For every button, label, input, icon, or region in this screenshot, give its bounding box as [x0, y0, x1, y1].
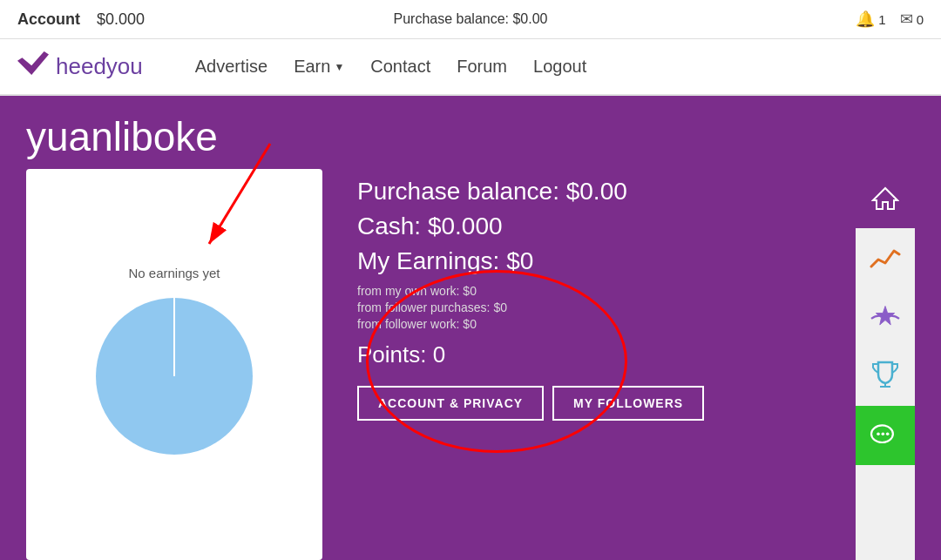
- mail-icon: ✉: [900, 10, 913, 29]
- svg-marker-0: [17, 51, 49, 75]
- earn-dropdown-arrow: ▼: [334, 61, 344, 73]
- bell-icon: 🔔: [856, 10, 875, 29]
- stat-cash: Cash: $0.000: [357, 213, 821, 240]
- account-label[interactable]: Account: [17, 10, 80, 29]
- account-privacy-button[interactable]: ACCOUNT & PRIVACY: [357, 386, 544, 421]
- top-bar: Account $0.000 Purchase balance: $0.00 🔔…: [0, 0, 941, 39]
- nav-contact[interactable]: Contact: [370, 57, 430, 77]
- chart-line-icon: [870, 244, 901, 272]
- stat-follower-purchases: from follower purchases: $0: [357, 300, 821, 314]
- logo-icon: [17, 51, 49, 83]
- stat-my-earnings: My Earnings: $0: [357, 247, 821, 275]
- my-followers-button[interactable]: MY FOLLOWERS: [552, 386, 704, 421]
- top-bar-icons: 🔔 1 ✉ 0: [856, 10, 924, 29]
- nav-advertise[interactable]: Advertise: [195, 57, 267, 77]
- pie-chart: [87, 289, 261, 463]
- earn-label: Earn: [294, 57, 330, 77]
- content-grid: No earnings yet Purchase balance: $0.00 …: [0, 169, 941, 560]
- main-content: yuanliboke No earnings yet Purchase bala…: [0, 96, 941, 560]
- nav-bar: heedyou Advertise Earn ▼ Contact Forum L…: [0, 39, 941, 96]
- svg-point-8: [877, 432, 880, 435]
- wechat-icon: [870, 422, 901, 449]
- notifications[interactable]: 🔔 1: [856, 10, 885, 29]
- sidebar-chart[interactable]: [856, 228, 915, 287]
- stat-points: Points: 0: [357, 341, 821, 368]
- nav-logout[interactable]: Logout: [533, 57, 586, 77]
- sidebar-star[interactable]: [856, 287, 915, 347]
- home-icon: [871, 185, 899, 213]
- star-wings-icon: [870, 303, 901, 331]
- logo-text: heedyou: [56, 53, 143, 80]
- stat-own-work: from my own work: $0: [357, 284, 821, 298]
- messages-count: 0: [917, 12, 924, 27]
- svg-point-9: [882, 432, 885, 435]
- stat-follower-work: from follower work: $0: [357, 317, 821, 331]
- username-header: yuanliboke: [0, 96, 941, 169]
- logo-area[interactable]: heedyou: [17, 51, 143, 83]
- chart-title: No earnings yet: [128, 266, 220, 280]
- nav-forum[interactable]: Forum: [457, 57, 507, 77]
- chart-area: No earnings yet: [26, 169, 322, 560]
- sidebar-trophy[interactable]: [856, 347, 915, 406]
- trophy-icon: [871, 361, 899, 392]
- sidebar-wechat[interactable]: [856, 406, 915, 465]
- action-buttons: ACCOUNT & PRIVACY MY FOLLOWERS: [357, 386, 821, 421]
- purchase-balance-label: Purchase balance: $0.00: [393, 11, 547, 27]
- stats-area: Purchase balance: $0.00 Cash: $0.000 My …: [340, 169, 838, 560]
- stat-purchase-balance: Purchase balance: $0.00: [357, 178, 821, 206]
- sidebar-icons: [856, 169, 915, 560]
- svg-point-10: [886, 432, 890, 435]
- svg-marker-3: [873, 188, 897, 209]
- notifications-count: 1: [878, 12, 885, 27]
- messages[interactable]: ✉ 0: [900, 10, 924, 29]
- sidebar-home[interactable]: [856, 169, 915, 228]
- nav-earn[interactable]: Earn ▼: [294, 57, 344, 77]
- nav-links: Advertise Earn ▼ Contact Forum Logout: [195, 57, 586, 77]
